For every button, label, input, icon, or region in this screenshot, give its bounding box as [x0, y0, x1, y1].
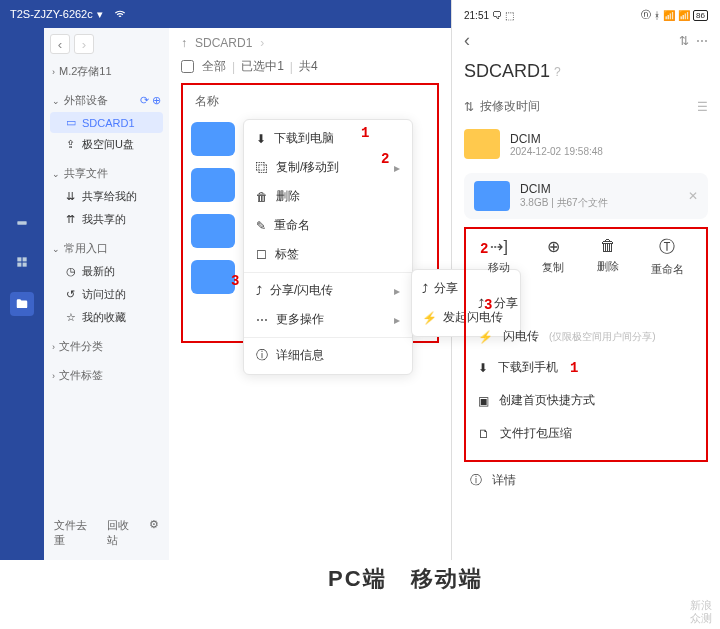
menu-share-fast[interactable]: ⤴分享/闪电传▸	[244, 276, 412, 305]
menu-delete[interactable]: 🗑删除	[244, 182, 412, 211]
nfc-icon: ⓝ	[641, 8, 651, 22]
more-icon: ⋯	[256, 313, 268, 327]
list-share[interactable]: ⤴分享	[474, 287, 698, 320]
file-date: 2024-12-02 19:58:48	[510, 146, 603, 157]
battery-icon: 86	[693, 10, 708, 21]
action-rename[interactable]: Ⓣ重命名	[651, 237, 684, 277]
up-icon[interactable]: ↑	[181, 36, 187, 50]
sidebar-share-header[interactable]: ⌄共享文件	[50, 162, 163, 185]
sidebar-item-udisk[interactable]: ⇪极空间U盘	[50, 133, 163, 156]
copy-icon: ⿻	[256, 161, 268, 175]
wifi-icon: 📶	[678, 10, 690, 21]
nav-back-button[interactable]: ‹	[50, 34, 70, 54]
sidebar-external-header[interactable]: ⌄外部设备⟳⊕	[50, 89, 163, 112]
menu-details[interactable]: ⓘ详细信息	[244, 341, 412, 370]
rail-drive-icon[interactable]	[10, 208, 34, 232]
panel-labels: PC端 移动端	[0, 564, 720, 594]
folder-row[interactable]	[191, 260, 235, 294]
card-file-name: DCIM	[520, 182, 608, 196]
rail-files-icon[interactable]	[10, 292, 34, 316]
svg-rect-4	[23, 263, 27, 267]
annotation-1: 1	[361, 125, 369, 141]
footer-dedup[interactable]: 文件去重	[54, 518, 97, 548]
action-copy[interactable]: ⊕复制	[542, 237, 564, 277]
svg-rect-1	[17, 257, 21, 261]
list-pack[interactable]: 🗋文件打包压缩	[474, 417, 698, 450]
bt-icon: ᚼ	[654, 10, 660, 21]
info-icon: ⓘ	[256, 347, 268, 364]
list-details[interactable]: ⓘ详情	[464, 462, 708, 499]
selected-count: 已选中1	[241, 58, 284, 75]
sort-label[interactable]: 按修改时间	[480, 98, 540, 115]
sidebar: ‹ › ›M.2存储11 ⌄外部设备⟳⊕ ▭SDCARD1 ⇪极空间U盘 ⌄共享…	[44, 28, 169, 560]
svg-rect-3	[17, 263, 21, 267]
nav-forward-button[interactable]: ›	[74, 34, 94, 54]
view-toggle-icon[interactable]: ☰	[697, 100, 708, 114]
star-icon: ☆	[66, 311, 78, 324]
sidebar-tags-header[interactable]: ›文件标签	[50, 364, 163, 387]
sidebar-item-shared-to-me[interactable]: ⇊共享给我的	[50, 185, 163, 208]
action-move[interactable]: ⇢]移动	[488, 237, 510, 277]
wifi-icon	[113, 6, 127, 22]
download-icon: ⬇	[478, 361, 488, 375]
column-header-name[interactable]: 名称	[187, 89, 433, 118]
menu-download[interactable]: ⬇下载到电脑	[244, 124, 412, 153]
bookmark-icon: ☐	[256, 248, 267, 262]
footer-recycle[interactable]: 回收站	[107, 518, 139, 548]
add-icon[interactable]: ⊕	[152, 94, 161, 107]
info-icon: ⓘ	[470, 472, 482, 489]
help-icon[interactable]: ?	[554, 65, 561, 79]
bolt-icon: ⚡	[422, 311, 437, 325]
select-all-label[interactable]: 全部	[202, 58, 226, 75]
transfer-icon[interactable]: ⇅	[679, 34, 689, 48]
sidebar-item-favorite[interactable]: ☆我的收藏	[50, 306, 163, 329]
sidebar-category-header[interactable]: ›文件分类	[50, 335, 163, 358]
more-icon[interactable]: ⋯	[696, 34, 708, 48]
sidebar-item-visited[interactable]: ↺访问过的	[50, 283, 163, 306]
back-button[interactable]: ‹	[464, 30, 470, 51]
annotation-1: 1	[570, 360, 578, 376]
sidebar-item-my-shared[interactable]: ⇈我共享的	[50, 208, 163, 231]
gear-icon[interactable]: ⚙	[149, 518, 159, 548]
annotation-2: 2	[480, 241, 488, 257]
close-icon[interactable]: ✕	[688, 189, 698, 203]
trash-icon: 🗑	[600, 237, 616, 255]
watermark: 新浪众测	[690, 599, 712, 625]
menu-rename[interactable]: ✎重命名	[244, 211, 412, 240]
sidebar-item-sdcard[interactable]: ▭SDCARD1	[50, 112, 163, 133]
menu-more[interactable]: ⋯更多操作▸	[244, 305, 412, 334]
annotation-3: 3	[484, 297, 492, 313]
refresh-icon[interactable]: ⟳	[140, 94, 149, 107]
rail-apps-icon[interactable]	[10, 250, 34, 274]
dropdown-icon[interactable]: ▾	[97, 8, 103, 21]
usb-icon: ⇪	[66, 138, 78, 151]
list-fast[interactable]: ⚡闪电传(仅限极空间用户间分享)	[474, 320, 698, 353]
folder-row[interactable]	[191, 122, 235, 156]
menu-tag[interactable]: ☐标签	[244, 240, 412, 269]
list-download[interactable]: ⬇下载到手机1	[474, 351, 698, 384]
action-delete[interactable]: 🗑删除	[597, 237, 619, 277]
app-rail	[0, 28, 44, 560]
file-row-dcim[interactable]: DCIM 2024-12-02 19:58:48	[464, 121, 708, 167]
label-pc: PC端	[328, 564, 387, 594]
svg-rect-2	[23, 257, 27, 261]
rename-icon: Ⓣ	[659, 237, 675, 258]
file-name: DCIM	[510, 132, 603, 146]
inbox-icon: ⇊	[66, 190, 78, 203]
select-all-checkbox[interactable]	[181, 60, 194, 73]
folder-row[interactable]	[191, 168, 235, 202]
annotation-3: 3	[231, 273, 239, 289]
folder-row[interactable]	[191, 214, 235, 248]
download-icon: ⬇	[256, 132, 266, 146]
sort-icon[interactable]: ⇅	[464, 100, 474, 114]
list-shortcut[interactable]: ▣创建首页快捷方式	[474, 384, 698, 417]
sdcard-icon: ▭	[66, 116, 78, 129]
crumb-sdcard[interactable]: SDCARD1	[195, 36, 252, 50]
share-out-icon: ⤴	[422, 282, 428, 296]
page-title: SDCARD1?	[464, 61, 708, 82]
sidebar-storage-header[interactable]: ›M.2存储11	[50, 60, 163, 83]
sidebar-common-header[interactable]: ⌄常用入口	[50, 237, 163, 260]
signal-icon: 📶	[663, 10, 675, 21]
sidebar-item-latest[interactable]: ◷最新的	[50, 260, 163, 283]
svg-rect-0	[17, 221, 26, 225]
